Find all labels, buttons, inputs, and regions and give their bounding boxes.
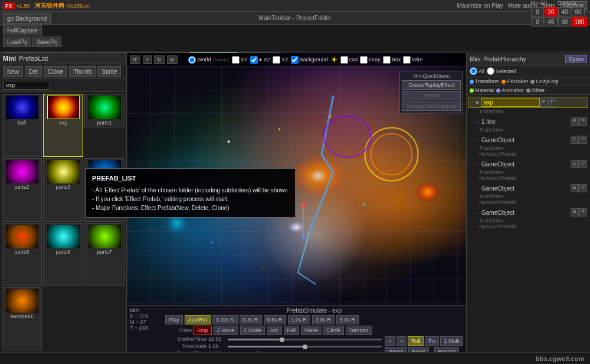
prefab-samples1[interactable]: samples1 [2,287,42,350]
maximize-button[interactable]: ⊞ [167,55,178,64]
gray-check[interactable]: Gray [360,56,381,64]
hier-go3-e-btn[interactable]: E [571,184,578,192]
add-button[interactable]: + [143,55,152,64]
roll-button[interactable]: Roll [408,336,424,346]
gm-check[interactable]: GM [340,56,358,64]
xy-check[interactable]: XY [232,56,248,64]
new-button[interactable]: New [3,66,23,77]
hier-exp[interactable]: ▶ E P [468,97,588,108]
full-capture-button[interactable]: FullCapture [3,25,42,35]
raise-button[interactable]: Raise [301,326,322,335]
prefab-parts2[interactable]: parts2 [2,158,42,221]
hier-gameobj3[interactable]: — GameObject E P [468,183,588,193]
dist-per-time-slider[interactable] [228,339,382,340]
hier-exp-e-btn[interactable]: E [540,99,548,107]
prefab-parts5[interactable]: parts5 [2,223,42,286]
reset-view-button[interactable]: ↺ [130,55,140,64]
auto-ret-button[interactable]: AutoRet [185,315,211,324]
next-button[interactable]: > [396,336,407,346]
r06s-button[interactable]: 0.6s R [264,315,286,324]
hier-1line[interactable]: — 1 line E P [468,117,588,126]
prefab-ball[interactable]: ball [2,94,42,157]
hier-go1-p-btn[interactable]: P [579,136,587,144]
background-check[interactable]: Background [291,56,328,64]
gm-checkbox[interactable] [340,56,348,64]
search-input[interactable] [3,81,50,90]
xy-checkbox[interactable] [232,56,240,64]
pause-button[interactable]: Pause [385,347,407,352]
cam-0[interactable]: 0 [531,7,544,17]
hier-exp-input[interactable] [481,98,540,107]
load-prj-button[interactable]: LoadPrj [3,37,31,47]
create-replay-effect-button[interactable]: CreateReplayEffect [402,80,461,90]
hier-1line-e-btn[interactable]: E [571,117,578,126]
check-material[interactable]: Material [470,87,494,93]
hier-go3-p-btn[interactable]: P [579,184,587,192]
prefab-parts6[interactable]: parts6 [43,223,83,286]
prev-button[interactable]: < [385,336,395,346]
check-transform[interactable]: Transform [470,78,499,84]
replay-clear-particle-button[interactable]: Replay(ClearParticle) [402,101,461,111]
world-radio[interactable] [188,56,196,64]
filter-selected-input[interactable] [487,67,494,75]
world-check[interactable]: World [188,56,211,64]
sprite-button[interactable]: Sprite [97,66,121,77]
cam-90[interactable]: 90 [572,7,585,17]
gray-checkbox[interactable] [360,56,368,64]
arc-button[interactable]: Arc [267,326,282,335]
z-move-button[interactable]: Z Move [214,326,238,335]
cam-180[interactable]: 180 [572,17,587,27]
hier-gameobj1[interactable]: — GameObject E P [468,135,588,145]
r03s-button[interactable]: 0.3s R [240,315,262,324]
z-scale-button[interactable]: Z Scale [240,326,266,335]
xz-check[interactable]: ● XZ [250,56,270,64]
r1s-button[interactable]: 1.0s R [288,315,310,324]
copy-button[interactable]: ↻ [154,55,165,64]
cam-40[interactable]: 40 [558,7,571,17]
filter-selected-radio[interactable]: Selected [487,67,516,75]
cam-45[interactable]: 45 [545,17,558,27]
xz-checkbox[interactable] [250,56,258,64]
hier-go1-e-btn[interactable]: E [571,136,578,144]
hier-gameobj4[interactable]: — GameObject E P [468,208,588,217]
clone-button[interactable]: Clone [44,66,67,77]
cam-20[interactable]: 20 [545,7,558,17]
prefab-parts3[interactable]: parts3 [43,158,83,221]
background-checkbox[interactable] [291,56,299,64]
hier-1line-p-btn[interactable]: P [579,117,587,126]
rp-option-button[interactable]: Option [565,55,587,63]
hier-go4-e-btn[interactable]: E [571,208,578,217]
prefab-exp[interactable]: exp [43,94,83,157]
cam-90b[interactable]: 90 [558,17,571,27]
del-button[interactable]: Del [25,66,42,77]
prefab-parts7[interactable]: parts7 [84,223,124,286]
check-animatior[interactable]: Animatior [496,87,524,93]
check-unityengi[interactable]: UnityEngi [530,78,559,84]
play-button[interactable]: Play [165,315,183,324]
yz-check[interactable]: YZ [273,56,289,64]
wire-check[interactable]: Wire [403,56,423,64]
hier-go4-p-btn[interactable]: P [579,208,587,217]
stop-button[interactable]: Stop [194,326,212,335]
speed-button[interactable]: 1.00x S [212,315,238,324]
cam-00[interactable]: 0 [531,17,544,27]
hier-go2-p-btn[interactable]: P [579,160,587,168]
fix-button[interactable]: Fix [425,336,439,346]
time-scale-slider[interactable] [228,346,382,347]
box-check[interactable]: Box [383,56,401,64]
r2s-button[interactable]: 2.0s R [312,315,335,324]
go-background-button[interactable]: go Background [3,13,51,24]
restart-button[interactable]: Restart [434,347,458,352]
wire-checkbox[interactable] [403,56,411,64]
tornado-button[interactable]: Tornado [346,326,372,335]
reset-button[interactable]: Reset [408,347,430,352]
r3s-button[interactable]: 3.0s R [336,315,359,324]
hier-go2-e-btn[interactable]: E [571,160,578,168]
filter-all-radio[interactable]: All [470,67,484,75]
filter-all-input[interactable] [470,67,477,75]
hier-gameobj2[interactable]: — GameObject E P [468,159,588,169]
save-prj-button[interactable]: SavePrj [32,37,61,47]
circle-button[interactable]: Circle [323,326,344,335]
box-checkbox[interactable] [383,56,391,64]
thumb-button[interactable]: Thumb [69,66,96,77]
